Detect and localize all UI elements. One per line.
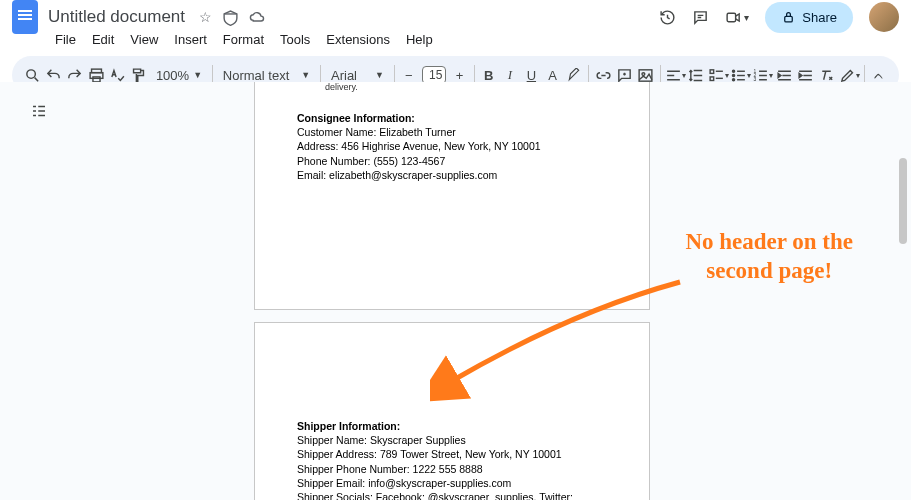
shipper-line: Shipper Name: Skyscraper Supplies <box>297 433 607 447</box>
menu-edit[interactable]: Edit <box>85 30 121 49</box>
svg-rect-8 <box>710 69 714 73</box>
svg-point-10 <box>732 70 734 72</box>
vertical-scrollbar[interactable] <box>899 84 909 494</box>
svg-rect-1 <box>785 16 793 22</box>
svg-rect-9 <box>710 76 714 80</box>
menu-tools[interactable]: Tools <box>273 30 317 49</box>
shipper-line: Shipper Address: 789 Tower Street, New Y… <box>297 447 607 461</box>
outline-toggle-icon[interactable] <box>24 96 54 126</box>
menu-help[interactable]: Help <box>399 30 440 49</box>
history-icon[interactable] <box>659 9 676 26</box>
svg-text:3: 3 <box>753 77 756 82</box>
consignee-heading: Consignee Information: <box>297 111 607 125</box>
cloud-status-icon[interactable] <box>249 9 266 26</box>
consignee-line: Email: elizabeth@skyscraper-supplies.com <box>297 168 607 182</box>
document-canvas[interactable]: delivery. Consignee Information: Custome… <box>0 82 911 500</box>
svg-point-12 <box>732 78 734 80</box>
shipper-line: Shipper Email: info@skyscraper-supplies.… <box>297 476 607 490</box>
docs-logo-icon[interactable] <box>12 0 38 34</box>
scroll-thumb[interactable] <box>899 158 907 244</box>
style-select[interactable]: Normal text▼ <box>217 68 316 83</box>
zoom-value: 100% <box>156 68 189 83</box>
shipper-heading: Shipper Information: <box>297 419 607 433</box>
share-label: Share <box>802 10 837 25</box>
share-button[interactable]: Share <box>765 2 853 33</box>
account-avatar[interactable] <box>869 2 899 32</box>
consignee-line: Phone Number: (555) 123-4567 <box>297 154 607 168</box>
menu-format[interactable]: Format <box>216 30 271 49</box>
shipper-line: Shipper Socials: Facebook: @skyscraper_s… <box>297 490 607 500</box>
comments-icon[interactable] <box>692 9 709 26</box>
move-icon[interactable] <box>222 9 239 26</box>
font-select[interactable]: Arial▼ <box>325 68 390 83</box>
menu-view[interactable]: View <box>123 30 165 49</box>
menu-extensions[interactable]: Extensions <box>319 30 397 49</box>
svg-point-11 <box>732 74 734 76</box>
page-2[interactable]: Shipper Information: Shipper Name: Skysc… <box>254 322 650 500</box>
svg-rect-0 <box>727 13 736 22</box>
truncated-text: delivery. <box>297 82 607 93</box>
svg-point-2 <box>26 69 34 78</box>
consignee-line: Customer Name: Elizabeth Turner <box>297 125 607 139</box>
shipper-line: Shipper Phone Number: 1222 555 8888 <box>297 462 607 476</box>
svg-point-7 <box>642 72 645 75</box>
font-value: Arial <box>331 68 357 83</box>
zoom-select[interactable]: 100%▼ <box>150 68 208 83</box>
menu-insert[interactable]: Insert <box>167 30 214 49</box>
consignee-line: Address: 456 Highrise Avenue, New York, … <box>297 139 607 153</box>
page-1[interactable]: delivery. Consignee Information: Custome… <box>254 82 650 310</box>
annotation-text: No header on the second page! <box>685 228 853 286</box>
menu-file[interactable]: File <box>48 30 83 49</box>
style-value: Normal text <box>223 68 289 83</box>
star-icon[interactable]: ☆ <box>199 9 212 26</box>
document-title[interactable]: Untitled document <box>48 7 185 27</box>
meet-icon[interactable]: ▾ <box>725 9 749 26</box>
